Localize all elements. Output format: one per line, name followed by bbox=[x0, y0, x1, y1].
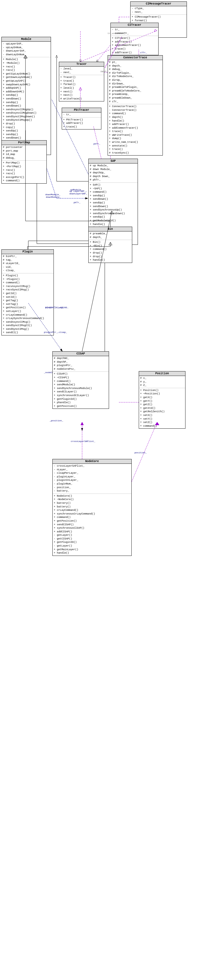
attr-item: - battery_ bbox=[54, 489, 130, 493]
method-item: - ConnectorTrace() bbox=[109, 108, 161, 112]
method-item: + format() bbox=[132, 19, 186, 23]
method-item: + sendModule() bbox=[54, 383, 108, 387]
attr-item: - downLayerSAP_ bbox=[3, 49, 49, 53]
method-item: + sendUp() bbox=[3, 94, 49, 97]
method-item: + write_nam_trace() bbox=[109, 140, 161, 144]
CIMessageTracer-title: CIMessageTracer bbox=[130, 2, 187, 6]
method-item: + crLaySynchronousCommand() bbox=[3, 317, 52, 320]
method-item: + addTracer() bbox=[109, 123, 161, 126]
method-item: + command() bbox=[3, 179, 45, 183]
method-item: + sendSynchronousDown() bbox=[90, 212, 137, 216]
attr-item: # depthP_ bbox=[54, 360, 108, 364]
method-item: + crLayCommand() bbox=[3, 313, 52, 317]
PktTracer-methods: + PktTracer() + addTracer() + trace() bbox=[62, 118, 101, 129]
method-item: + Plugin() bbox=[3, 274, 52, 278]
method-item: + addDownSAM() bbox=[3, 90, 49, 94]
attr-item: - tr_ bbox=[112, 28, 157, 32]
method-item: + sendSynchronousUp() bbox=[90, 208, 137, 212]
method-item: + CISAP() bbox=[54, 372, 108, 376]
attr-item: # uLayerId_ bbox=[3, 262, 52, 266]
method-item: + getPosition() bbox=[3, 306, 52, 310]
method-item: - getLayer() bbox=[54, 533, 130, 537]
Tracer-methods: + Tracer() + trace() + format() + level(… bbox=[59, 75, 104, 101]
attr-item: # Z_ bbox=[140, 383, 184, 387]
method-item: + recv() bbox=[3, 169, 45, 172]
next-label: next_ bbox=[100, 70, 108, 73]
PktTracer-box: PktTracer - tr_ + PktTracer() + addTrace… bbox=[62, 108, 102, 129]
pkTr-label: pkTr_ bbox=[74, 201, 80, 204]
attr-item: # debug_ bbox=[109, 68, 161, 72]
CITracer-attrs: - tr_ - commonTr_ bbox=[111, 27, 158, 36]
method-item: + trace() bbox=[60, 80, 103, 83]
method-item: + trace() bbox=[112, 47, 157, 51]
method-item: + command() bbox=[3, 281, 52, 285]
attr-item: # pkTr_ bbox=[90, 178, 137, 182]
method-item: + getPosition() bbox=[54, 404, 108, 408]
method-item: # writeTrace() bbox=[60, 97, 103, 101]
method-item: + getTag() bbox=[3, 299, 52, 302]
method-item: + PktTracer() bbox=[63, 118, 100, 122]
upModule-label: up LayerSAP_,downLayerSAP_ bbox=[69, 190, 87, 195]
method-item: + trace() bbox=[109, 130, 161, 134]
position-label: _position_ bbox=[49, 419, 63, 422]
attr-item: - level_ bbox=[60, 67, 103, 71]
attr-item: - uid_ bbox=[3, 266, 52, 269]
attr-item: - next_ bbox=[132, 11, 186, 14]
Position-box: Position # x_ # y_ # Z_ + Position() + ~… bbox=[139, 371, 186, 429]
attr-item: - next_ bbox=[60, 71, 103, 75]
method-item: + swapDownLaySAM() bbox=[3, 83, 49, 87]
method-item: + setZ() bbox=[140, 421, 184, 425]
method-item: + phandle() bbox=[54, 401, 108, 404]
method-item: + recvSyncCIMsg() bbox=[3, 288, 52, 292]
CITracer-methods: + CITracer() + addTracer() + addCommonTr… bbox=[111, 36, 158, 55]
method-item: + getDownLaySANum() bbox=[3, 76, 49, 80]
attr-item: # y_ bbox=[140, 380, 184, 384]
attr-item: # dirUp_ bbox=[109, 78, 161, 82]
method-item: + command() bbox=[90, 190, 137, 194]
method-item: + sendCISAP() bbox=[54, 523, 130, 527]
method-item: + drop() bbox=[90, 251, 131, 255]
attr-item: # cTr_ bbox=[109, 100, 161, 104]
attr-item: # nodeCorePtz_ bbox=[54, 368, 108, 371]
method-item: + handle() bbox=[54, 551, 130, 555]
Plugin-box: Plugin # binPtr_ # tag_ # uLayerId_ - ui… bbox=[2, 249, 54, 336]
method-item: + CITracer() bbox=[112, 37, 157, 40]
attr-item: # port_map bbox=[3, 149, 45, 153]
method-item: + sendSyncCIMsgUp() bbox=[3, 118, 49, 122]
method-item: + handle() bbox=[90, 223, 137, 226]
method-item: + getMainLayer() bbox=[54, 548, 130, 552]
attr-item: - clsap_ bbox=[3, 269, 52, 272]
attr-item: # portcounter bbox=[3, 146, 45, 149]
method-item: + recvAsyncCIMsg() bbox=[3, 285, 52, 288]
method-item: + synchronousCrLayCommand() bbox=[54, 512, 130, 516]
method-item: + addTracer() bbox=[112, 51, 157, 55]
attr-item: # dirToPlugin_ bbox=[109, 72, 161, 75]
attr-item: # depth_ bbox=[109, 64, 161, 68]
attr-item: # dirDown_ bbox=[109, 82, 161, 86]
Bin-box: Bin # preamble_ # depth_ + Bin() + ~Bin(… bbox=[88, 227, 132, 263]
method-item: + NodeCore() bbox=[54, 495, 130, 498]
method-item: + ~Bin() bbox=[90, 244, 131, 248]
method-item: + sendSyncCIMsgCI() bbox=[3, 324, 52, 328]
Module-title: Module bbox=[2, 37, 51, 41]
method-item: + addTracer() bbox=[112, 40, 157, 44]
PktTracer-attrs: - tr_ bbox=[62, 113, 101, 118]
method-item: + Tracer() bbox=[60, 76, 103, 80]
attr-item: - tr_ bbox=[63, 113, 100, 117]
attr-item: # id_map bbox=[3, 153, 45, 156]
method-item: + ~Plugin() bbox=[3, 278, 52, 282]
method-item: + sendUp() bbox=[90, 215, 137, 219]
method-item: + getY() bbox=[140, 399, 184, 403]
downModule-label: downModule_ bbox=[45, 193, 60, 196]
method-item: + getPluginId() bbox=[54, 398, 108, 401]
method-item: + sendSyncCIMsgDown() bbox=[3, 115, 49, 119]
Plugin-attrs: # binPtr_ # tag_ # uLayerId_ - uid_ - cl… bbox=[2, 254, 54, 274]
method-item: + ~NodeCore() bbox=[54, 498, 130, 501]
method-item: + CIMessageTracer() bbox=[132, 15, 186, 19]
attr-item: - crossLayerSAPlist_ bbox=[54, 465, 130, 468]
Tracer-box: Tracer - level_ - next_ + Tracer() + tra… bbox=[59, 62, 104, 102]
method-item: + sendUp() bbox=[3, 129, 49, 133]
method-item: + handle() bbox=[109, 119, 161, 123]
method-item: + sendCl() bbox=[3, 331, 52, 335]
method-item: + assignPort() bbox=[3, 176, 45, 179]
